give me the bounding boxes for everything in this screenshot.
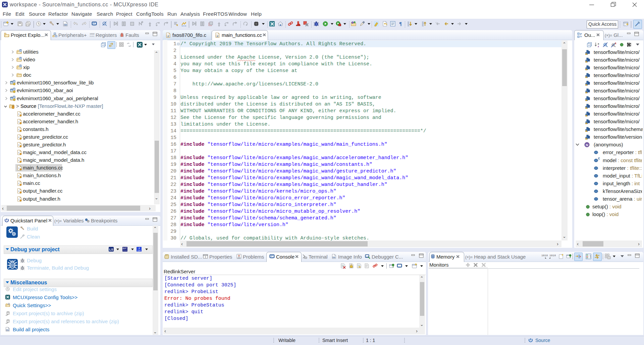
svg-text:c: c bbox=[18, 159, 19, 162]
svg-text:c: c bbox=[18, 128, 19, 131]
svg-text:!: ! bbox=[586, 84, 586, 86]
svg-text:!: ! bbox=[586, 69, 586, 70]
svg-text:C: C bbox=[13, 80, 15, 82]
svg-text:!: ! bbox=[586, 76, 586, 78]
svg-text:1010: 1010 bbox=[541, 254, 548, 257]
svg-text:!: ! bbox=[586, 53, 586, 55]
svg-text:J: J bbox=[139, 247, 140, 250]
svg-text:!: ! bbox=[586, 92, 586, 93]
svg-text:!: ! bbox=[586, 115, 586, 117]
svg-text:c: c bbox=[18, 120, 19, 123]
svg-text:0101: 0101 bbox=[90, 35, 95, 38]
svg-text:C: C bbox=[20, 57, 21, 59]
svg-text:c: c bbox=[18, 143, 19, 146]
svg-text:.c: .c bbox=[167, 35, 169, 37]
svg-text:c: c bbox=[18, 198, 19, 201]
svg-text:c: c bbox=[18, 151, 19, 154]
svg-text:1010: 1010 bbox=[90, 33, 95, 35]
svg-text:c: c bbox=[18, 166, 19, 169]
svg-text:C: C bbox=[20, 49, 21, 52]
svg-text:010: 010 bbox=[333, 257, 335, 258]
svg-text:¶: ¶ bbox=[399, 21, 402, 26]
svg-text:!: ! bbox=[586, 138, 586, 140]
svg-text:!: ! bbox=[586, 61, 586, 63]
svg-text:.c: .c bbox=[216, 35, 218, 37]
svg-text:!: ! bbox=[586, 99, 586, 101]
svg-text:c: c bbox=[18, 190, 19, 193]
svg-text:1010: 1010 bbox=[549, 254, 556, 257]
svg-text:Link: Link bbox=[138, 250, 141, 252]
svg-text:c: c bbox=[18, 113, 19, 116]
svg-text:c: c bbox=[18, 174, 19, 177]
svg-text:C: C bbox=[20, 65, 21, 67]
svg-text:z: z bbox=[598, 45, 599, 48]
svg-text:c: c bbox=[18, 136, 19, 139]
svg-text:C: C bbox=[13, 96, 15, 98]
svg-text:s: s bbox=[615, 42, 616, 45]
svg-text:C: C bbox=[13, 88, 15, 90]
svg-text:010: 010 bbox=[64, 24, 67, 26]
svg-text:010: 010 bbox=[6, 329, 9, 331]
svg-text:!: ! bbox=[586, 123, 586, 124]
svg-text:LS: LS bbox=[109, 248, 113, 251]
svg-text:c: c bbox=[18, 182, 19, 185]
svg-text:!: ! bbox=[586, 107, 586, 109]
svg-text:N: N bbox=[586, 143, 588, 147]
svg-text:!: ! bbox=[586, 130, 586, 132]
